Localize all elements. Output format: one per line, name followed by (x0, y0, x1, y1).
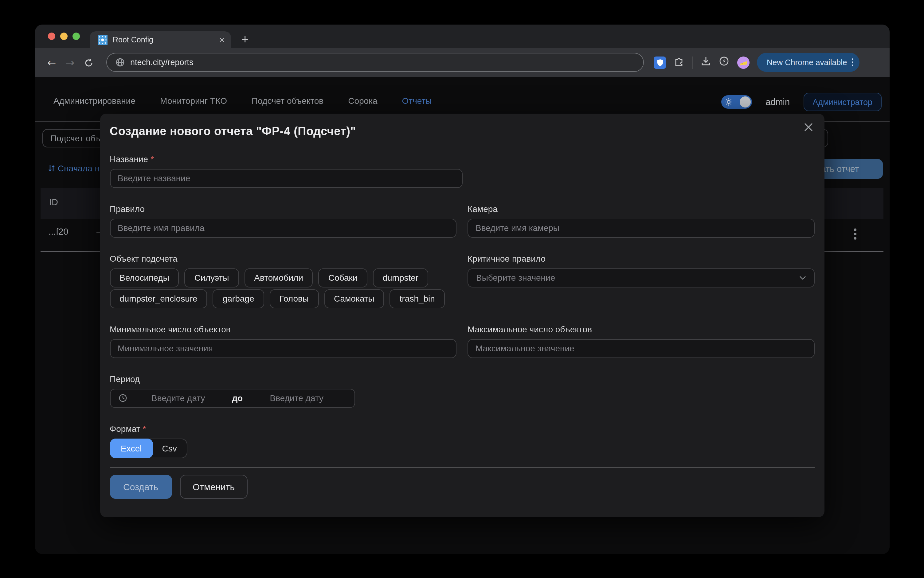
nav-right-group: admin Администратор (721, 93, 882, 111)
profile-avatar[interactable] (737, 56, 750, 68)
tab-favicon (97, 35, 107, 44)
modal-footer: Создать Отменить (110, 474, 814, 498)
nav-item-reports[interactable]: Отчеты (402, 96, 432, 106)
chrome-update-button[interactable]: New Chrome available (757, 53, 860, 72)
field-name: Название* (110, 153, 814, 188)
format-segmented-control: Excel Csv (110, 438, 187, 458)
rule-input[interactable] (110, 218, 456, 237)
toggle-knob (740, 96, 751, 107)
sun-icon (725, 98, 732, 106)
clock-icon (118, 394, 127, 402)
period-from-placeholder[interactable]: Введите дату (127, 393, 230, 403)
chip-dumpster-enclosure[interactable]: dumpster_enclosure (110, 289, 207, 308)
chrome-update-label: New Chrome available (767, 58, 847, 67)
role-badge[interactable]: Администратор (803, 93, 882, 111)
period-to-placeholder[interactable]: Введите дату (245, 393, 348, 403)
chip-silhouettes[interactable]: Силуэты (185, 268, 239, 287)
name-label: Название (110, 154, 148, 164)
field-critical-rule: Критичное правило Выберите значение (468, 252, 814, 308)
minimize-window-button[interactable] (60, 32, 68, 40)
max-count-input[interactable] (468, 339, 814, 358)
period-separator: до (230, 393, 245, 403)
energy-saver-icon[interactable] (719, 56, 729, 69)
table-header-id: ID (49, 197, 58, 207)
critical-rule-select[interactable]: Выберите значение (468, 268, 814, 287)
modal-footer-divider (110, 466, 814, 467)
chip-dumpster[interactable]: dumpster (373, 268, 428, 287)
modal-title: Создание нового отчета "ФР-4 (Подсчет)" (110, 124, 814, 138)
chip-garbage[interactable]: garbage (213, 289, 264, 308)
nav-item-tko-monitoring[interactable]: Мониторинг ТКО (160, 96, 227, 106)
chip-dogs[interactable]: Собаки (318, 268, 367, 287)
tab-close-icon[interactable]: × (219, 35, 224, 44)
chip-scooters[interactable]: Самокаты (324, 289, 384, 308)
submit-button[interactable]: Создать (110, 474, 172, 498)
forward-icon[interactable]: → (61, 56, 79, 68)
format-label: Формат (110, 424, 140, 434)
browser-tab[interactable]: Root Config × (89, 31, 231, 48)
required-asterisk: * (143, 424, 146, 434)
count-object-options: Велосипеды Силуэты Автомобили Собаки dum… (110, 268, 456, 308)
screenshot-stage: Root Config × + ← → ntech.city/ (0, 0, 924, 578)
downloads-icon[interactable] (701, 56, 711, 68)
sort-order-link[interactable]: Сначала но (47, 163, 104, 173)
critical-rule-label: Критичное правило (468, 252, 814, 265)
tab-strip: Root Config × + (35, 24, 889, 48)
password-manager-extension-icon[interactable] (654, 56, 666, 68)
extensions-puzzle-icon[interactable] (674, 56, 684, 69)
field-max-count: Максимальное число объектов (468, 323, 814, 358)
critical-rule-placeholder: Выберите значение (476, 273, 555, 283)
field-period: Период Введите дату до Введите дату (110, 373, 814, 408)
zoom-window-button[interactable] (73, 32, 80, 40)
field-format: Формат* Excel Csv (110, 422, 814, 458)
count-object-label: Объект подсчета (110, 252, 456, 265)
camera-input[interactable] (468, 218, 814, 237)
chevron-down-icon (799, 276, 806, 280)
address-bar[interactable]: ntech.city/reports (106, 53, 644, 72)
field-count-object: Объект подсчета Велосипеды Силуэты Автом… (110, 252, 456, 308)
back-icon[interactable]: ← (42, 56, 61, 68)
browser-toolbar: ← → ntech.city/reports (35, 48, 889, 77)
username-label: admin (765, 97, 790, 107)
camera-label: Камера (468, 202, 814, 215)
chip-bicycles[interactable]: Велосипеды (110, 268, 179, 287)
close-window-button[interactable] (48, 32, 55, 40)
field-rule: Правило (110, 202, 456, 237)
site-nav: Администрирование Мониторинг ТКО Подсчет… (54, 96, 432, 106)
nav-item-administration[interactable]: Администрирование (54, 96, 135, 106)
reload-icon[interactable] (79, 56, 98, 68)
required-asterisk: * (151, 154, 154, 164)
globe-icon (115, 58, 125, 67)
field-min-count: Минимальное число объектов (110, 323, 456, 358)
nav-item-object-counting[interactable]: Подсчет объектов (252, 96, 323, 106)
period-label: Период (110, 373, 814, 385)
period-range-picker[interactable]: Введите дату до Введите дату (110, 388, 355, 408)
modal-close-icon[interactable] (803, 122, 813, 132)
chip-heads[interactable]: Головы (270, 289, 319, 308)
format-option-csv[interactable]: Csv (152, 439, 187, 457)
field-camera: Камера (468, 202, 814, 237)
row-actions-kebab-icon[interactable] (854, 229, 856, 239)
chip-cars[interactable]: Автомобили (244, 268, 313, 287)
web-page: Администрирование Мониторинг ТКО Подсчет… (35, 77, 889, 554)
sort-arrows-icon (47, 164, 56, 173)
theme-toggle[interactable] (721, 95, 752, 109)
new-tab-button[interactable]: + (242, 32, 248, 46)
table-cell-id: ...f20 (49, 227, 68, 237)
toolbar-extensions (654, 56, 750, 69)
min-count-input[interactable] (110, 339, 456, 358)
url-text: ntech.city/reports (130, 58, 193, 67)
format-option-excel[interactable]: Excel (110, 438, 153, 458)
tab-title: Root Config (113, 35, 219, 44)
min-count-label: Минимальное число объектов (110, 323, 456, 335)
toolbar-separator (692, 56, 693, 68)
browser-menu-kebab-icon[interactable] (852, 58, 854, 67)
nav-item-soroka[interactable]: Сорока (348, 96, 377, 106)
sort-order-label: Сначала но (58, 163, 104, 173)
rule-label: Правило (110, 202, 456, 215)
chip-trash-bin[interactable]: trash_bin (390, 289, 445, 308)
macos-traffic-lights (48, 32, 80, 40)
create-report-modal: Создание нового отчета "ФР-4 (Подсчет)" … (100, 113, 824, 517)
cancel-button[interactable]: Отменить (180, 474, 248, 498)
name-input[interactable] (110, 169, 462, 188)
